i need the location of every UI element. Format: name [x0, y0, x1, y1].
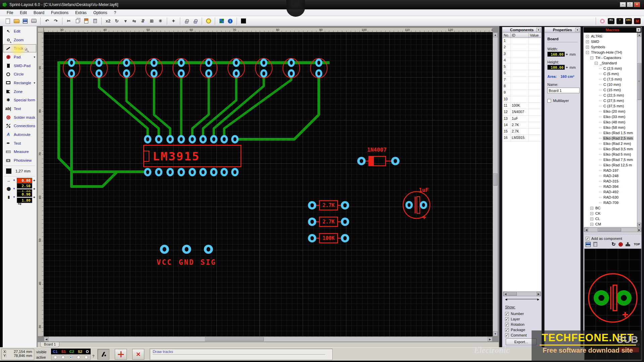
redo-button[interactable]: ↷ — [52, 17, 60, 25]
board-width-field[interactable]: 160.00 — [547, 52, 565, 57]
macro-tree-item[interactable]: Elko (58 mm) — [585, 125, 642, 130]
layer-o[interactable]: O — [86, 350, 89, 354]
chevron-down-icon[interactable]: ▾ — [34, 55, 35, 59]
tool-track[interactable]: Track — [3, 44, 37, 53]
spinner[interactable] — [565, 65, 568, 70]
component-row[interactable]: 11100K — [503, 103, 541, 109]
zoom-all-button[interactable] — [204, 17, 212, 25]
component-row[interactable]: 142.7K — [503, 122, 541, 128]
component-row[interactable]: 131uF — [503, 116, 541, 122]
tool-solder-mask[interactable]: Solder mask — [3, 113, 37, 122]
info-button[interactable]: i — [226, 17, 234, 25]
macro-tree-item[interactable]: RAD-394 — [585, 184, 642, 189]
copy-button[interactable] — [73, 17, 82, 25]
macro-tree[interactable]: +ALTRE+SMD+Symbols−Through-Hole (TH)−TH … — [584, 33, 642, 227]
tool-smd-pad[interactable]: SMD-Pad — [3, 61, 37, 70]
drc-check-button[interactable]: DRC — [625, 17, 633, 25]
number-checkbox[interactable]: ✓ — [505, 312, 509, 316]
resistor-3[interactable]: 100K — [308, 234, 349, 243]
tool-zone[interactable]: Zone — [3, 87, 37, 96]
macro-tree-item[interactable]: Elko (33 mm) — [585, 114, 642, 119]
spinner[interactable] — [565, 52, 568, 57]
macros-toggle-button[interactable]: M — [633, 17, 641, 25]
chevron-down-icon[interactable]: ▾ — [34, 81, 35, 85]
macro-tree-item[interactable]: −TH - Capacitors — [585, 55, 642, 60]
menu-extras[interactable]: Extras — [72, 10, 90, 15]
expand-icon[interactable]: + — [590, 217, 593, 220]
scroll-down-arrow[interactable]: ▼ — [493, 331, 498, 336]
tab-board-1[interactable]: Board 1 — [40, 342, 59, 347]
component-row[interactable]: 9 — [503, 90, 541, 96]
paste-button[interactable] — [82, 17, 90, 25]
component-row[interactable]: 2 — [503, 44, 541, 51]
expand-icon[interactable]: + — [586, 40, 589, 43]
chevron-down-icon[interactable]: ▼ — [13, 187, 17, 190]
rotate-button[interactable]: ↻ — [113, 17, 121, 25]
collapse-icon[interactable]: − — [590, 56, 593, 59]
tool-pad[interactable]: Pad▾ — [3, 53, 37, 61]
component-row[interactable]: 8 — [503, 83, 541, 90]
canvas-vertical-scrollbar[interactable]: ▲ ▼ — [493, 32, 498, 337]
mirror-vertical-button[interactable]: ⇵ — [139, 17, 147, 25]
active-layer-radio-c2[interactable] — [69, 356, 72, 359]
draw-track-mode-button[interactable] — [97, 349, 109, 360]
comment-checkbox[interactable]: ✓ — [505, 333, 509, 337]
tool-photoview[interactable]: Photoview — [3, 156, 37, 165]
chevron-down-icon[interactable]: ▼ — [13, 196, 17, 199]
macro-tree-item[interactable]: +ALTRE — [585, 34, 642, 39]
layer-help-button[interactable]: ? — [616, 17, 624, 25]
ic-lm3915[interactable]: LM3915 — [144, 135, 241, 176]
active-layer-radio-s2[interactable] — [77, 356, 80, 359]
macro-tree-item[interactable]: Elko (20 mm) — [585, 109, 642, 114]
cut-button[interactable]: ✂ — [65, 17, 73, 25]
photoview-grid-button[interactable] — [239, 17, 247, 25]
component-row[interactable]: 5 — [503, 64, 541, 70]
align-button[interactable]: ⊞ — [148, 17, 156, 25]
tool-text[interactable]: ab|Text — [3, 104, 37, 113]
tool-special-form[interactable]: ✱Special form — [3, 96, 37, 105]
explode-button[interactable]: ✳ — [156, 17, 164, 25]
tool-rectangle[interactable]: Rectangle▾ — [3, 79, 37, 87]
close-icon[interactable]: ✕ — [575, 28, 580, 32]
macro-tree-item[interactable]: −_Standard — [585, 60, 642, 66]
macro-tree-item[interactable]: +SMD — [585, 39, 642, 44]
rotate-macro-icon[interactable]: ↻ — [611, 241, 616, 247]
layer-c1[interactable]: C1 — [53, 350, 57, 354]
snap-grid-button[interactable] — [217, 17, 226, 25]
tool-circle[interactable]: Circle — [3, 70, 37, 79]
stamp-icon[interactable] — [626, 242, 630, 246]
macro-tree-item[interactable]: Elko (Rad 12,5 m — [585, 162, 642, 168]
scroll-left-arrow[interactable]: ◀ — [44, 337, 49, 342]
component-row[interactable]: 1 — [503, 38, 541, 44]
pcb-canvas[interactable]: LM39152.7K2.7K100K1N40071uF+VCCGNDSIG — [44, 32, 493, 337]
macro-tree-item[interactable]: C (22,5 mm) — [585, 93, 642, 98]
pad-outer-field[interactable]: 2.50 — [17, 183, 32, 189]
close-icon[interactable]: ✕ — [636, 28, 641, 32]
macro-tree-item[interactable]: C (10 mm) — [585, 82, 642, 87]
tool-measure[interactable]: Measure — [3, 148, 37, 156]
macro-tree-item[interactable]: RAD-492 — [585, 189, 642, 195]
track-width-field[interactable]: 0.80 — [17, 178, 32, 183]
resistor-1[interactable]: 2.7K — [308, 201, 349, 210]
expand-icon[interactable]: + — [586, 35, 589, 38]
macro-tree-item[interactable]: C (7,5 mm) — [585, 76, 642, 82]
macro-tree-item[interactable]: RAD-197 — [585, 168, 642, 173]
scroll-thumb[interactable] — [205, 337, 264, 341]
lock-button[interactable] — [183, 17, 191, 25]
macro-tree-item[interactable]: Elko (Rad 3,5 mm — [585, 146, 642, 152]
diode-1n4007[interactable]: 1N4007 — [357, 147, 400, 166]
macro-tree-item[interactable]: RAD-248 — [585, 173, 642, 178]
component-row[interactable]: 6 — [503, 70, 541, 76]
collapse-icon[interactable]: − — [595, 62, 598, 65]
package-checkbox[interactable]: ✓ — [505, 328, 509, 332]
io-pins[interactable]: VCCGNDSIG — [157, 245, 216, 267]
macro-tree-item[interactable]: +BC — [585, 205, 642, 211]
menu-options[interactable]: Options — [90, 10, 110, 15]
capacitor-1uf[interactable]: 1uF+ — [403, 187, 430, 221]
macro-tree-item[interactable]: Elko (Rad 2,5 mm — [585, 136, 642, 141]
pad-mode-icon[interactable] — [618, 242, 623, 247]
multilayer-checkbox[interactable] — [547, 99, 551, 103]
print-button[interactable] — [30, 17, 38, 25]
spinner[interactable] — [33, 187, 36, 191]
maximize-button[interactable]: □ — [627, 2, 633, 7]
